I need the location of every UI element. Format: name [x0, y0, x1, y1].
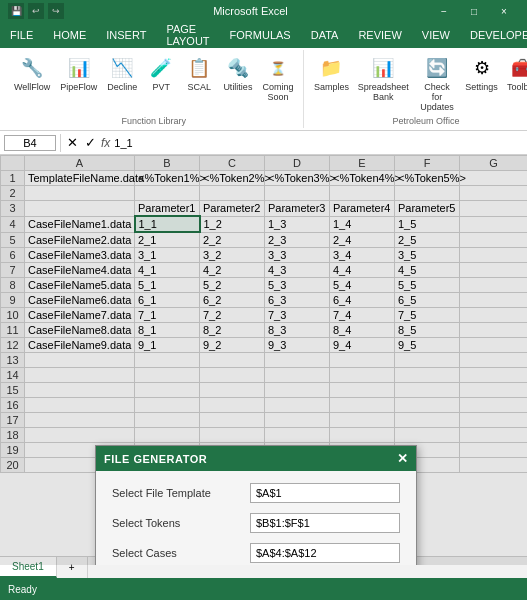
cell-10-0[interactable]: CaseFileName7.data: [25, 308, 135, 323]
template-input[interactable]: [250, 483, 400, 503]
cell-10-1[interactable]: 7_1: [135, 308, 200, 323]
cell-14-1[interactable]: [135, 368, 200, 383]
cell-2-0[interactable]: [25, 186, 135, 201]
row-header-4[interactable]: 4: [1, 216, 25, 232]
cell-11-4[interactable]: 8_4: [330, 323, 395, 338]
row-header-16[interactable]: 16: [1, 398, 25, 413]
cell-8-4[interactable]: 5_4: [330, 278, 395, 293]
row-header-11[interactable]: 11: [1, 323, 25, 338]
quick-access-save[interactable]: 💾: [8, 3, 24, 19]
formula-input[interactable]: [114, 137, 523, 149]
cell-15-4[interactable]: [330, 383, 395, 398]
add-sheet-button[interactable]: +: [57, 557, 88, 578]
cancel-formula-icon[interactable]: ✕: [65, 135, 80, 150]
cell-11-1[interactable]: 8_1: [135, 323, 200, 338]
cell-18-4[interactable]: [330, 428, 395, 443]
cell-7-2[interactable]: 4_2: [200, 263, 265, 278]
cell-15-3[interactable]: [265, 383, 330, 398]
tab-view[interactable]: VIEW: [412, 22, 460, 48]
row-header-7[interactable]: 7: [1, 263, 25, 278]
cell-12-0[interactable]: CaseFileName9.data: [25, 338, 135, 353]
cell-13-6[interactable]: [460, 353, 528, 368]
tab-insert[interactable]: INSERT: [96, 22, 156, 48]
cell-6-3[interactable]: 3_3: [265, 248, 330, 263]
row-header-6[interactable]: 6: [1, 248, 25, 263]
cell-18-1[interactable]: [135, 428, 200, 443]
cell-4-6[interactable]: [460, 216, 528, 232]
cell-2-2[interactable]: [200, 186, 265, 201]
cell-15-2[interactable]: [200, 383, 265, 398]
cell-12-4[interactable]: 9_4: [330, 338, 395, 353]
cell-17-0[interactable]: [25, 413, 135, 428]
cell-8-3[interactable]: 5_3: [265, 278, 330, 293]
row-header-5[interactable]: 5: [1, 232, 25, 248]
cell-14-2[interactable]: [200, 368, 265, 383]
fx-icon[interactable]: fx: [101, 136, 110, 150]
file-generator-dialog[interactable]: FILE GENERATOR ✕ Select File Template Se…: [95, 445, 417, 565]
tab-review[interactable]: REVIEW: [348, 22, 411, 48]
cell-5-4[interactable]: 2_4: [330, 232, 395, 248]
cell-16-4[interactable]: [330, 398, 395, 413]
samples-button[interactable]: 📁 Samples: [310, 52, 352, 94]
cell-5-6[interactable]: [460, 232, 528, 248]
cell-11-5[interactable]: 8_5: [395, 323, 460, 338]
cell-5-0[interactable]: CaseFileName2.data: [25, 232, 135, 248]
cell-18-3[interactable]: [265, 428, 330, 443]
cell-4-4[interactable]: 1_4: [330, 216, 395, 232]
cell-12-5[interactable]: 9_5: [395, 338, 460, 353]
cell-8-5[interactable]: 5_5: [395, 278, 460, 293]
sheet-tab-sheet1[interactable]: Sheet1: [0, 557, 57, 578]
cell-17-2[interactable]: [200, 413, 265, 428]
cell-6-6[interactable]: [460, 248, 528, 263]
cell-1-1[interactable]: <%Token1%>: [135, 171, 200, 186]
cell-15-0[interactable]: [25, 383, 135, 398]
cell-17-5[interactable]: [395, 413, 460, 428]
cell-18-2[interactable]: [200, 428, 265, 443]
cell-12-3[interactable]: 9_3: [265, 338, 330, 353]
cell-4-5[interactable]: 1_5: [395, 216, 460, 232]
cell-14-5[interactable]: [395, 368, 460, 383]
cell-12-6[interactable]: [460, 338, 528, 353]
cell-11-6[interactable]: [460, 323, 528, 338]
utilities-button[interactable]: 🔩 Utilities: [219, 52, 256, 94]
cell-1-6[interactable]: [460, 171, 528, 186]
cell-5-3[interactable]: 2_3: [265, 232, 330, 248]
col-header-c[interactable]: C: [200, 156, 265, 171]
cell-18-5[interactable]: [395, 428, 460, 443]
cell-16-0[interactable]: [25, 398, 135, 413]
minimize-button[interactable]: −: [429, 0, 459, 22]
cell-2-3[interactable]: [265, 186, 330, 201]
cell-4-2[interactable]: 1_2: [200, 216, 265, 232]
cell-18-0[interactable]: [25, 428, 135, 443]
coming-soon-button[interactable]: ⏳ ComingSoon: [258, 52, 297, 104]
cell-13-5[interactable]: [395, 353, 460, 368]
cell-1-2[interactable]: <%Token2%>: [200, 171, 265, 186]
check-for-updates-button[interactable]: 🔄 Check forUpdates: [414, 52, 460, 114]
cell-16-2[interactable]: [200, 398, 265, 413]
cell-3-5[interactable]: Parameter5: [395, 201, 460, 217]
cell-4-0[interactable]: CaseFileName1.data: [25, 216, 135, 232]
cell-13-2[interactable]: [200, 353, 265, 368]
cell-10-2[interactable]: 7_2: [200, 308, 265, 323]
row-header-14[interactable]: 14: [1, 368, 25, 383]
cell-9-6[interactable]: [460, 293, 528, 308]
cell-6-1[interactable]: 3_1: [135, 248, 200, 263]
cell-17-1[interactable]: [135, 413, 200, 428]
cell-16-6[interactable]: [460, 398, 528, 413]
cell-5-5[interactable]: 2_5: [395, 232, 460, 248]
cell-1-4[interactable]: <%Token4%>: [330, 171, 395, 186]
cell-10-3[interactable]: 7_3: [265, 308, 330, 323]
col-header-f[interactable]: F: [395, 156, 460, 171]
row-header-12[interactable]: 12: [1, 338, 25, 353]
row-header-2[interactable]: 2: [1, 186, 25, 201]
tab-home[interactable]: HOME: [43, 22, 96, 48]
cell-17-3[interactable]: [265, 413, 330, 428]
cell-18-6[interactable]: [460, 428, 528, 443]
cell-19-6[interactable]: [460, 443, 528, 458]
cell-9-2[interactable]: 6_2: [200, 293, 265, 308]
quick-access-undo[interactable]: ↩: [28, 3, 44, 19]
cell-1-0[interactable]: TemplateFileName.data: [25, 171, 135, 186]
cell-3-1[interactable]: Parameter1: [135, 201, 200, 217]
cell-3-4[interactable]: Parameter4: [330, 201, 395, 217]
cell-2-5[interactable]: [395, 186, 460, 201]
